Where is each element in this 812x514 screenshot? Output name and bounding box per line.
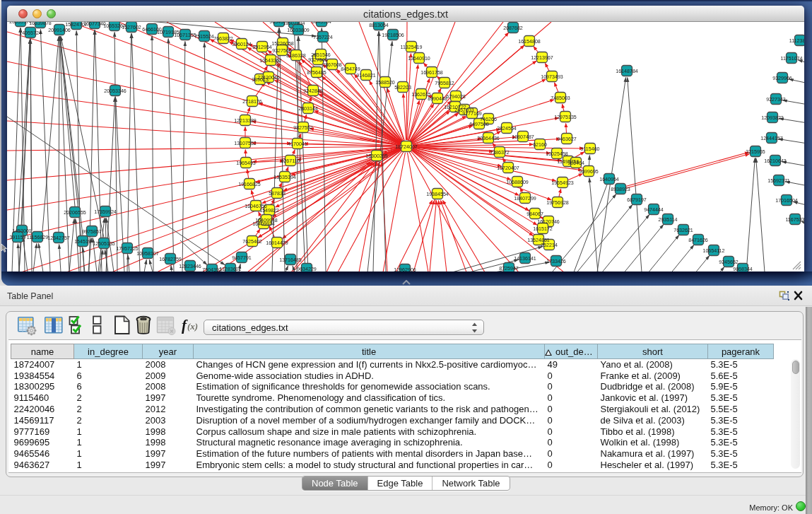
show-table-options-button[interactable]: [14, 315, 38, 336]
select-all-button[interactable]: [69, 315, 84, 336]
citation-edge-red[interactable]: [7, 147, 400, 180]
network-view-window: citations_edges.txt 20539974163398781405…: [7, 6, 804, 271]
citation-edge-black[interactable]: [39, 243, 44, 271]
citation-edge-black[interactable]: [61, 36, 104, 238]
table-row[interactable]: 946362711997Embryonic stem cells: a mode…: [11, 460, 774, 471]
table-cell: Structural magnetic resonance image aver…: [194, 437, 545, 448]
column-header-short[interactable]: short: [598, 344, 708, 359]
select-columns-button[interactable]: [44, 315, 64, 336]
table-body: 1872400712008Changes of HCN gene express…: [11, 359, 774, 471]
citation-edge-black[interactable]: [696, 255, 710, 271]
column-header-pagerank[interactable]: pagerank: [708, 344, 774, 359]
citation-edge-black[interactable]: [286, 266, 288, 271]
citation-edge-black[interactable]: [782, 100, 804, 105]
citation-edge-red[interactable]: [404, 94, 406, 141]
table-row[interactable]: 911546021997Tourette syndrome. Phenomeno…: [11, 392, 774, 404]
column-header-in_degree[interactable]: in_degree: [74, 344, 143, 359]
citation-edge-black[interactable]: [589, 178, 598, 272]
citation-edge-black[interactable]: [127, 34, 131, 272]
svg-text:(x): (x): [187, 321, 198, 332]
network-window-titlebar[interactable]: citations_edges.txt: [7, 6, 804, 22]
citation-edge-black[interactable]: [144, 259, 146, 271]
graph-node-label: 9242848: [303, 88, 323, 94]
citation-edge-black[interactable]: [59, 37, 59, 233]
citation-edge-black[interactable]: [671, 245, 694, 271]
citation-edge-black[interactable]: [625, 224, 664, 271]
citation-edge-black[interactable]: [171, 265, 172, 271]
table-cell: 0: [545, 448, 598, 460]
citation-edge-red[interactable]: [411, 33, 509, 141]
table-scrollbar-thumb[interactable]: [792, 361, 799, 374]
function-builder-button[interactable]: f (x): [181, 315, 201, 336]
column-header-out_de[interactable]: out_de…: [545, 344, 598, 359]
citation-edge-red[interactable]: [413, 201, 435, 272]
citation-edge-red[interactable]: [7, 146, 400, 151]
citation-edge-red[interactable]: [408, 153, 429, 271]
citation-edge-black[interactable]: [114, 33, 117, 272]
tab-node-table[interactable]: Node Table: [302, 477, 367, 490]
citation-edge-red[interactable]: [620, 152, 749, 187]
citation-edge-black[interactable]: [69, 219, 74, 272]
close-panel-icon[interactable]: [794, 291, 803, 300]
tab-edge-table[interactable]: Edge Table: [367, 477, 433, 490]
citation-edge-red[interactable]: [406, 22, 407, 140]
citation-edge-black[interactable]: [22, 40, 30, 226]
citation-edge-black[interactable]: [746, 158, 755, 272]
citation-edge-black[interactable]: [720, 267, 724, 271]
table-select-dropdown[interactable]: citations_edges.txt: [204, 320, 484, 335]
table-row[interactable]: 1830029562008Estimation of significance …: [11, 381, 774, 392]
column-header-name[interactable]: name: [11, 344, 74, 359]
table-row[interactable]: 1938455462009Genome-wide association stu…: [11, 370, 774, 381]
node-table[interactable]: namein_degreeyeartitleout_de…shortpagera…: [11, 344, 774, 470]
citation-edge-black[interactable]: [152, 36, 153, 272]
float-panel-icon[interactable]: [779, 291, 790, 301]
citation-edge-black[interactable]: [628, 78, 642, 272]
new-column-button[interactable]: [113, 315, 131, 336]
citation-edge-red[interactable]: [71, 22, 401, 144]
citation-edge-black[interactable]: [297, 37, 298, 272]
table-scrollbar[interactable]: [791, 359, 800, 469]
citation-edge-black[interactable]: [18, 244, 19, 272]
citation-edge-black[interactable]: [756, 158, 765, 272]
delete-column-button[interactable]: [134, 315, 153, 336]
citation-edge-black[interactable]: [279, 28, 285, 272]
citation-edge-black[interactable]: [149, 259, 153, 271]
graph-node-label: 2718176: [242, 99, 262, 105]
table-row[interactable]: 1872400712008Changes of HCN gene express…: [11, 359, 774, 370]
graph-node-label: 16961758: [420, 70, 443, 76]
citation-edge-red[interactable]: [413, 137, 517, 146]
citation-edge-red[interactable]: [441, 201, 467, 272]
citation-edge-red[interactable]: [439, 201, 447, 272]
citation-edge-black[interactable]: [574, 185, 607, 271]
citation-edge-black[interactable]: [60, 37, 75, 207]
splitter-handle-icon[interactable]: [401, 280, 412, 286]
table-row[interactable]: 1456911722003Disruption of a novel membe…: [11, 414, 774, 426]
table-cell: 2: [74, 392, 143, 404]
citation-edge-black[interactable]: [204, 43, 208, 272]
citation-edge-black[interactable]: [602, 214, 649, 271]
table-row[interactable]: 946554611997Estimation of the future num…: [11, 448, 774, 460]
network-canvas[interactable]: 2053997416339878140557242099140615824707…: [7, 22, 804, 271]
tab-network-table[interactable]: Network Table: [432, 477, 509, 490]
citation-edge-black[interactable]: [59, 245, 61, 272]
panel-scrollbar[interactable]: [806, 307, 812, 514]
citation-edge-black[interactable]: [23, 237, 28, 271]
column-header-title[interactable]: title: [194, 344, 545, 359]
citation-edge-red[interactable]: [7, 121, 400, 146]
citation-edge-red[interactable]: [620, 154, 749, 189]
citation-edge-black[interactable]: [649, 235, 679, 271]
table-row[interactable]: 2242004622012Investigating the contribut…: [11, 404, 774, 415]
citation-edge-black[interactable]: [168, 39, 174, 272]
citation-edge-black[interactable]: [128, 255, 129, 272]
resize-grip-icon[interactable]: [791, 259, 802, 270]
column-header-year[interactable]: year: [143, 344, 194, 359]
graph-node-label: 9827552: [293, 125, 313, 131]
delete-table-button[interactable]: [156, 315, 176, 336]
citation-edge-black[interactable]: [577, 204, 633, 271]
citation-edge-red[interactable]: [396, 201, 433, 272]
citation-edge-red[interactable]: [430, 201, 437, 272]
table-row[interactable]: 969969511998Structural magnetic resonanc…: [11, 437, 774, 448]
unselect-all-button[interactable]: [92, 315, 102, 336]
table-cell: 1997: [143, 448, 194, 460]
table-row[interactable]: 977716911998Corpus callosum shape and si…: [11, 426, 774, 437]
